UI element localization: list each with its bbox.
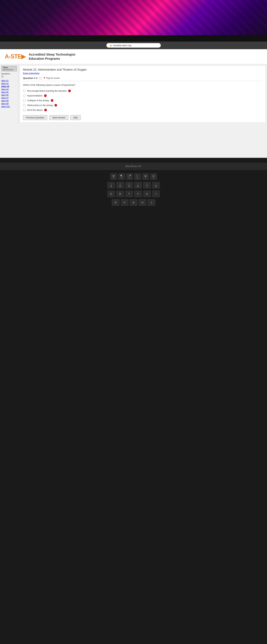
question-text: Which of the following is(are) a cause o…: [23, 84, 262, 87]
key-f8[interactable]: ⏯ F8: [150, 173, 157, 180]
key-f8-sub: ⏯: [152, 174, 155, 177]
key-f3-fn: F3: [113, 177, 114, 179]
key-d[interactable]: D: [112, 199, 120, 206]
key-4-sub: $: [120, 183, 120, 185]
key-5-main: 5: [128, 185, 130, 187]
answer-option-e: All of the above −: [23, 109, 262, 111]
sidebar-item-q3[interactable]: stion #3: [1, 85, 17, 88]
answer-text-d: Obstructions in the airway: [27, 104, 53, 106]
sidebar-item-q1[interactable]: stion #1: [1, 80, 17, 82]
key-f5-sub: 🎤: [128, 174, 131, 177]
sidebar-item-q8[interactable]: stion #8: [1, 100, 17, 102]
skip-button[interactable]: Skip: [70, 115, 81, 120]
sidebar-item-q9[interactable]: stion #9: [1, 102, 17, 105]
sidebar-item-q4[interactable]: stion #4: [1, 88, 17, 90]
radio-c[interactable]: [23, 99, 26, 102]
macbook-label: MacBook Air: [126, 165, 142, 168]
exam-instructions-link[interactable]: Exam Instructions: [23, 72, 262, 74]
previous-question-button[interactable]: Previous Question: [23, 115, 47, 120]
key-f6-fn: F6: [136, 177, 138, 179]
key-g-main: G: [132, 201, 134, 204]
key-4[interactable]: $ 4: [116, 182, 124, 189]
question-header: Question # 3 ⚑ Flag for review: [23, 77, 262, 81]
flag-label-text: Flag for review: [46, 77, 60, 79]
flag-label: ⚑ Flag for review: [44, 77, 60, 79]
key-u[interactable]: U: [143, 190, 151, 198]
timer-box: Timer mins 40 secs: [1, 66, 17, 72]
key-3-main: 3: [110, 185, 112, 187]
key-t[interactable]: T: [125, 190, 133, 198]
top-photo: [0, 0, 267, 35]
address-bar[interactable]: 🔒 myastep.aasm.org: [106, 43, 161, 48]
key-f6[interactable]: ☾ F6: [134, 173, 141, 180]
sidebar-item-q7[interactable]: stion #7: [1, 97, 17, 99]
key-r-main: R: [119, 192, 121, 195]
key-6-sub: ^: [138, 183, 138, 185]
answer-option-c: Collapse of the airway −: [23, 99, 262, 102]
answer-text-c: Collapse of the airway: [27, 99, 49, 102]
key-8[interactable]: * 8: [152, 182, 160, 189]
answer-text-a: Not enough blood reaching the alveolus: [27, 90, 67, 92]
browser-content: A-STE▶ Accredited Sleep Technologist Edu…: [0, 49, 267, 158]
lock-icon: 🔒: [110, 44, 112, 46]
key-3[interactable]: # 3: [107, 182, 115, 189]
bottom-bezel: [0, 158, 267, 162]
key-5[interactable]: % 5: [125, 182, 133, 189]
sidebar-item-q2[interactable]: stion #2: [1, 82, 17, 85]
sidebar-item-q5[interactable]: stion #5: [1, 91, 17, 93]
key-f[interactable]: F: [121, 199, 129, 206]
key-7[interactable]: & 7: [143, 182, 151, 189]
key-6[interactable]: ^ 6: [134, 182, 142, 189]
key-f7-sub: ⏮: [144, 174, 147, 177]
keyboard-home-row: D F G H J: [2, 199, 266, 206]
keyboard-number-row: # 3 $ 4 % 5 ^ 6 & 7 * 8: [2, 182, 266, 189]
key-h-main: H: [142, 201, 143, 204]
bezel-top: [0, 35, 267, 42]
sidebar-item-q10[interactable]: stion #10: [1, 105, 17, 108]
key-h[interactable]: H: [138, 199, 146, 206]
key-i[interactable]: I: [152, 190, 160, 198]
key-d-main: D: [115, 201, 116, 204]
radio-b[interactable]: [23, 94, 26, 97]
flag-checkbox[interactable]: [39, 77, 42, 79]
key-f4-sub: 🔍: [120, 174, 123, 177]
minus-icon-c: −: [51, 99, 53, 102]
key-t-main: T: [128, 192, 130, 195]
macbook-label-area: MacBook Air: [0, 162, 267, 170]
key-f8-fn: F8: [152, 177, 154, 179]
answer-option-a: Not enough blood reaching the alveolus −: [23, 90, 262, 92]
key-4-main: 4: [120, 185, 121, 187]
save-answer-button[interactable]: Save Answer: [49, 115, 68, 120]
key-3-sub: #: [111, 183, 112, 185]
sidebar-item-q6[interactable]: stion #6: [1, 94, 17, 96]
answer-options: Not enough blood reaching the alveolus −…: [23, 90, 262, 111]
radio-e[interactable]: [23, 109, 26, 111]
key-f7[interactable]: ⏮ F7: [142, 173, 149, 180]
minus-icon-b: −: [44, 94, 47, 97]
key-y[interactable]: Y: [134, 190, 142, 198]
subtitle-line2: Education Programs: [29, 56, 75, 61]
subtitle-line1: Accredited Sleep Technologist: [29, 52, 75, 56]
minus-icon-a: −: [68, 90, 71, 92]
key-e[interactable]: E: [107, 190, 115, 198]
key-f6-sub: ☾: [136, 174, 138, 177]
radio-d[interactable]: [23, 104, 26, 106]
key-f3[interactable]: ⊞ F3: [110, 173, 117, 180]
answer-option-d: Obstructions in the airway −: [23, 104, 262, 106]
minus-icon-d: −: [54, 104, 57, 106]
key-f5[interactable]: 🎤 F5: [126, 173, 133, 180]
radio-a[interactable]: [23, 90, 26, 92]
site-header: A-STE▶ Accredited Sleep Technologist Edu…: [0, 49, 267, 64]
key-6-main: 6: [138, 185, 139, 187]
key-r[interactable]: R: [116, 190, 124, 198]
key-f4[interactable]: 🔍 F4: [118, 173, 125, 180]
content-area: Module 22. Administration and Titration …: [20, 65, 266, 123]
key-j[interactable]: J: [148, 199, 156, 206]
logo-subtitle: Accredited Sleep Technologist Education …: [29, 52, 75, 61]
key-8-sub: *: [156, 183, 156, 185]
keyboard-area: ⊞ F3 🔍 F4 🎤 F5 ☾ F6 ⏮ F7 ⏯ F8 # 3: [0, 170, 267, 212]
flag-icon: ⚑: [44, 77, 46, 79]
answer-text-b: Hypoventilation: [27, 94, 42, 97]
key-g[interactable]: G: [130, 199, 138, 206]
questions-count: 10: [1, 76, 17, 78]
